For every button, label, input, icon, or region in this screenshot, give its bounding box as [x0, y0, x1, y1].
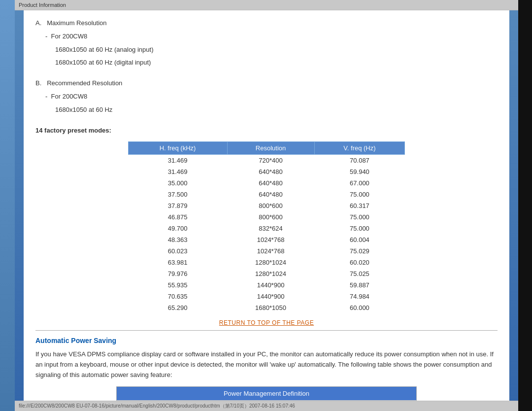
table-row: 31.469720*40070.087 [128, 155, 405, 167]
section-b-line1: 1680x1050 at 60 Hz [55, 105, 498, 115]
table-row: 46.875800*60075.000 [128, 211, 405, 223]
section-a-line2: 1680x1050 at 60 Hz (digital input) [55, 58, 498, 68]
preset-table: H. freq (kHz)ResolutionV. freq (Hz) 31.4… [128, 141, 405, 313]
table-row: 65.2901680*105060.000 [128, 302, 405, 313]
factory-modes-label: 14 factory preset modes: [35, 126, 498, 136]
cell-13-0: 65.290 [128, 302, 227, 313]
cell-11-0: 55.935 [128, 279, 227, 291]
cell-12-2: 74.984 [314, 291, 405, 302]
preset-col-1: Resolution [227, 142, 314, 155]
breadcrumb: Product Information [19, 2, 66, 8]
cell-2-2: 67.000 [314, 177, 405, 189]
section-a-title: A. Maximum Resolution [35, 18, 498, 29]
cell-7-0: 48.363 [128, 234, 227, 245]
return-to-top-link[interactable]: RETURN TO TOP OF THE PAGE [35, 319, 498, 326]
section-b-title: B. Recommended Resolution [35, 78, 498, 89]
main-area: Product Information A. Maximum Resolutio… [15, 0, 518, 411]
cell-9-2: 60.020 [314, 257, 405, 268]
cell-13-1: 1680*1050 [227, 302, 314, 313]
cell-8-2: 75.029 [314, 245, 405, 257]
table-row: 37.879800*60060.317 [128, 200, 405, 211]
right-sidebar [518, 0, 532, 411]
section-a-sub: - For 200CW8 [45, 32, 498, 42]
table-row: 48.3631024*76860.004 [128, 234, 405, 245]
table-row: 31.469640*48059.940 [128, 166, 405, 177]
content-area: A. Maximum Resolution - For 200CW8 1680x… [24, 10, 509, 401]
content-wrapper: A. Maximum Resolution - For 200CW8 1680x… [15, 10, 518, 401]
table-row: 35.000640*48067.000 [128, 177, 405, 189]
cell-3-1: 640*480 [227, 189, 314, 200]
cell-5-1: 800*600 [227, 211, 314, 223]
left-blue-accent [15, 10, 24, 401]
cell-8-0: 60.023 [128, 245, 227, 257]
cell-3-0: 37.500 [128, 189, 227, 200]
preset-col-2: V. freq (Hz) [314, 142, 405, 155]
cell-10-2: 75.025 [314, 268, 405, 279]
status-bar: file:///E/200CW8/200CW8 EU-07-08-16/pict… [15, 401, 518, 411]
table-row: 49.700832*62475.000 [128, 223, 405, 234]
cell-10-0: 79.976 [128, 268, 227, 279]
cell-6-1: 832*624 [227, 223, 314, 234]
cell-10-1: 1280*1024 [227, 268, 314, 279]
cell-11-2: 59.887 [314, 279, 405, 291]
cell-13-2: 60.000 [314, 302, 405, 313]
section-a-line1: 1680x1050 at 60 Hz (analog input) [55, 45, 498, 55]
cell-4-1: 800*600 [227, 200, 314, 211]
cell-9-0: 63.981 [128, 257, 227, 268]
auto-power-heading: Automatic Power Saving [35, 337, 498, 344]
cell-4-2: 60.317 [314, 200, 405, 211]
preset-col-0: H. freq (kHz) [128, 142, 227, 155]
cell-12-1: 1440*900 [227, 291, 314, 302]
cell-4-0: 37.879 [128, 200, 227, 211]
cell-0-2: 70.087 [314, 155, 405, 167]
power-table-wrapper: Power Management Definition VESA ModeVid… [116, 386, 417, 401]
divider [35, 330, 498, 331]
section-b-sub: - For 200CW8 [45, 92, 498, 102]
cell-7-2: 60.004 [314, 234, 405, 245]
right-blue-accent [509, 10, 518, 401]
table-row: 37.500640*48075.000 [128, 189, 405, 200]
cell-12-0: 70.635 [128, 291, 227, 302]
status-url: file:///E/200CW8/200CW8 EU-07-08-16/pict… [19, 403, 295, 409]
power-table-header: Power Management Definition [117, 387, 416, 400]
auto-power-description: If you have VESA DPMS compliance display… [35, 349, 498, 380]
cell-0-0: 31.469 [128, 155, 227, 167]
table-row: 55.9351440*90059.887 [128, 279, 405, 291]
table-row: 79.9761280*102475.025 [128, 268, 405, 279]
cell-5-2: 75.000 [314, 211, 405, 223]
table-row: 60.0231024*76875.029 [128, 245, 405, 257]
cell-7-1: 1024*768 [227, 234, 314, 245]
cell-9-1: 1280*1024 [227, 257, 314, 268]
cell-6-2: 75.000 [314, 223, 405, 234]
table-row: 63.9811280*102460.020 [128, 257, 405, 268]
cell-1-1: 640*480 [227, 166, 314, 177]
cell-8-1: 1024*768 [227, 245, 314, 257]
cell-6-0: 49.700 [128, 223, 227, 234]
cell-2-1: 640*480 [227, 177, 314, 189]
cell-3-2: 75.000 [314, 189, 405, 200]
cell-2-0: 35.000 [128, 177, 227, 189]
table-row: 70.6351440*90074.984 [128, 291, 405, 302]
cell-1-0: 31.469 [128, 166, 227, 177]
top-bar: Product Information [15, 0, 518, 10]
cell-11-1: 1440*900 [227, 279, 314, 291]
cell-5-0: 46.875 [128, 211, 227, 223]
left-sidebar [0, 0, 15, 411]
cell-0-1: 720*400 [227, 155, 314, 167]
cell-1-2: 59.940 [314, 166, 405, 177]
